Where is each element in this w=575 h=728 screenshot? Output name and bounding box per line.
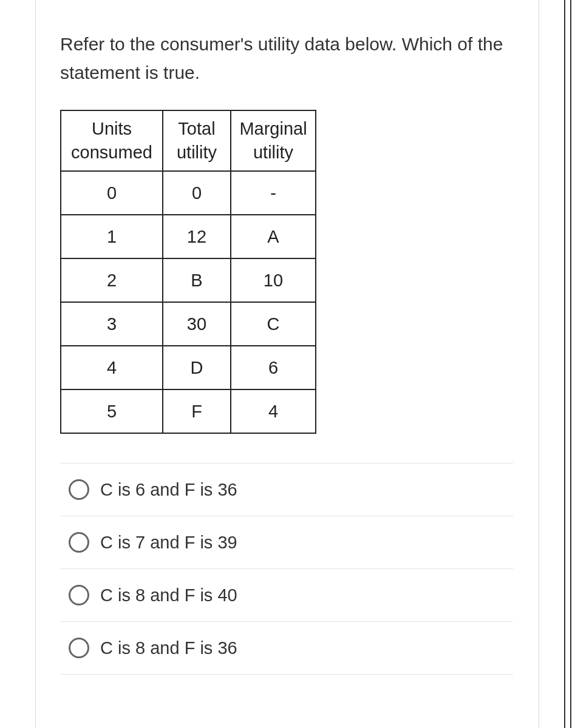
- table-row: 2 B 10: [61, 258, 316, 302]
- option-label: C is 8 and F is 40: [100, 585, 237, 605]
- option-label: C is 8 and F is 36: [100, 638, 237, 658]
- cell-total: D: [163, 346, 231, 389]
- table-row: 3 30 C: [61, 302, 316, 346]
- cell-marginal: C: [231, 302, 316, 346]
- question-text: Refer to the consumer's utility data bel…: [60, 30, 513, 87]
- table-row: 4 D 6: [61, 346, 316, 389]
- table-row: 5 F 4: [61, 389, 316, 433]
- option-label: C is 7 and F is 39: [100, 533, 237, 553]
- page-frame-right: [564, 0, 571, 728]
- cell-marginal: 6: [231, 346, 316, 389]
- option-3[interactable]: C is 8 and F is 40: [60, 568, 513, 621]
- cell-total: F: [163, 389, 231, 433]
- table-row: 0 0 -: [61, 171, 316, 215]
- cell-marginal: 4: [231, 389, 316, 433]
- cell-marginal: 10: [231, 258, 316, 302]
- cell-total: B: [163, 258, 231, 302]
- question-card: Refer to the consumer's utility data bel…: [35, 0, 539, 728]
- option-1[interactable]: C is 6 and F is 36: [60, 463, 513, 516]
- cell-marginal: -: [231, 171, 316, 215]
- cell-units: 3: [61, 302, 163, 346]
- radio-icon: [69, 532, 89, 553]
- cell-units: 5: [61, 389, 163, 433]
- cell-total: 30: [163, 302, 231, 346]
- option-label: C is 6 and F is 36: [100, 480, 237, 500]
- cell-units: 0: [61, 171, 163, 215]
- table-header-row: Units consumed Total utility Marginal ut…: [61, 110, 316, 171]
- cell-units: 2: [61, 258, 163, 302]
- radio-icon: [69, 638, 89, 658]
- cell-units: 1: [61, 215, 163, 258]
- option-2[interactable]: C is 7 and F is 39: [60, 516, 513, 568]
- radio-icon: [69, 479, 89, 500]
- answer-options: C is 6 and F is 36 C is 7 and F is 39 C …: [60, 463, 513, 675]
- cell-marginal: A: [231, 215, 316, 258]
- cell-total: 0: [163, 171, 231, 215]
- radio-icon: [69, 585, 89, 605]
- utility-table: Units consumed Total utility Marginal ut…: [60, 110, 316, 434]
- table-row: 1 12 A: [61, 215, 316, 258]
- option-4[interactable]: C is 8 and F is 36: [60, 621, 513, 675]
- cell-total: 12: [163, 215, 231, 258]
- cell-units: 4: [61, 346, 163, 389]
- col-header-total: Total utility: [163, 110, 231, 171]
- col-header-marginal: Marginal utility: [231, 110, 316, 171]
- col-header-units: Units consumed: [61, 110, 163, 171]
